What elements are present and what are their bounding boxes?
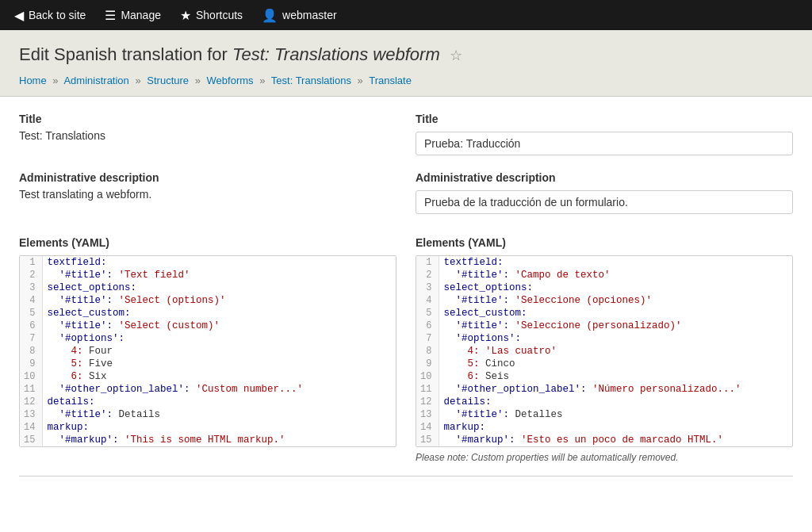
line-number: 1	[416, 256, 439, 269]
yaml-note: Please note: Custom properties will be a…	[416, 452, 793, 463]
manage-label: Manage	[121, 9, 161, 21]
breadcrumb-webforms[interactable]: Webforms	[207, 75, 254, 86]
right-title-section: Title	[416, 113, 793, 155]
line-number: 3	[416, 281, 439, 294]
line-code: 4: Four	[42, 345, 396, 358]
line-number: 2	[20, 269, 42, 281]
main-content: Title Test: Translations Title Administr…	[0, 97, 812, 492]
user-label: webmaster	[282, 9, 336, 21]
page-title: Edit Spanish translation for Test: Trans…	[19, 44, 793, 65]
left-yaml-label: Elements (YAML)	[19, 236, 396, 249]
breadcrumb-test-translations[interactable]: Test: Translations	[271, 75, 351, 86]
line-number: 14	[416, 421, 439, 434]
right-title-label: Title	[416, 113, 793, 125]
line-code: '#markup': 'Esto es un poco de marcado H…	[439, 434, 792, 446]
line-code: '#options':	[439, 332, 792, 345]
line-number: 7	[416, 332, 439, 345]
line-code: '#title': Detalles	[439, 408, 792, 421]
line-code: '#title': Details	[42, 408, 396, 421]
admin-desc-input[interactable]	[416, 190, 793, 214]
line-code: select_custom:	[439, 307, 792, 320]
line-code: select_options:	[42, 281, 396, 294]
line-code: select_custom:	[42, 307, 396, 320]
line-code: '#options':	[42, 332, 396, 345]
line-number: 9	[20, 358, 42, 370]
bookmark-icon[interactable]: ☆	[450, 48, 462, 63]
line-number: 8	[416, 345, 439, 358]
left-yaml-editor: 1textfield:2 '#title': 'Text field'3sele…	[19, 255, 396, 447]
line-number: 9	[416, 358, 439, 370]
line-code: textfield:	[42, 256, 396, 269]
bottom-divider	[19, 476, 793, 477]
breadcrumb-home[interactable]: Home	[19, 75, 47, 86]
line-number: 8	[20, 345, 42, 358]
manage-link[interactable]: ☰ Manage	[97, 5, 169, 26]
back-to-site-link[interactable]: ◀ Back to site	[6, 5, 94, 26]
line-code: '#title': 'Select (custom)'	[42, 320, 396, 332]
line-number: 5	[20, 307, 42, 320]
line-number: 10	[20, 370, 42, 383]
line-number: 6	[20, 320, 42, 332]
line-code: 4: 'Las cuatro'	[439, 345, 792, 358]
line-code: textfield:	[439, 256, 792, 269]
line-code: '#title': 'Select (options)'	[42, 294, 396, 307]
line-number: 15	[416, 434, 439, 446]
right-admin-desc-label: Administrative description	[416, 171, 793, 184]
topbar: ◀ Back to site ☰ Manage ★ Shortcuts 👤 we…	[0, 0, 812, 30]
line-number: 2	[416, 269, 439, 281]
line-number: 7	[20, 332, 42, 345]
user-link[interactable]: 👤 webmaster	[254, 5, 344, 26]
breadcrumb: Home » Administration » Structure » Webf…	[19, 75, 793, 86]
breadcrumb-translate[interactable]: Translate	[369, 75, 412, 86]
back-arrow-icon: ◀	[14, 8, 24, 23]
left-title-section: Title Test: Translations	[19, 113, 396, 155]
right-admin-desc-section: Administrative description	[416, 171, 793, 214]
back-to-site-label: Back to site	[29, 9, 86, 21]
line-number: 12	[416, 396, 439, 408]
line-number: 3	[20, 281, 42, 294]
left-title-value: Test: Translations	[19, 128, 396, 144]
star-nav-icon: ★	[180, 8, 191, 23]
line-number: 15	[20, 434, 42, 446]
line-code: details:	[439, 396, 792, 408]
right-yaml-editor[interactable]: 1textfield:2 '#title': 'Campo de texto'3…	[416, 255, 793, 447]
line-code: '#other_option_label': 'Custom number...…	[42, 383, 396, 396]
line-code: '#markup': 'This is some HTML markup.'	[42, 434, 396, 446]
line-code: details:	[42, 396, 396, 408]
title-input[interactable]	[416, 132, 793, 155]
left-admin-desc-section: Administrative description Test translat…	[19, 171, 396, 214]
line-code: '#title': 'Seleccione (personalizado)'	[439, 320, 792, 332]
line-number: 4	[416, 294, 439, 307]
line-code: markup:	[42, 421, 396, 434]
line-code: '#title': 'Text field'	[42, 269, 396, 281]
line-code: '#other_option_label': 'Número personali…	[439, 383, 792, 396]
line-number: 1	[20, 256, 42, 269]
line-code: markup:	[439, 421, 792, 434]
shortcuts-link[interactable]: ★ Shortcuts	[172, 5, 251, 26]
line-number: 11	[416, 383, 439, 396]
line-number: 10	[416, 370, 439, 383]
line-code: 5: Five	[42, 358, 396, 370]
shortcuts-label: Shortcuts	[196, 9, 243, 21]
line-number: 13	[416, 408, 439, 421]
user-icon: 👤	[262, 8, 278, 23]
page-header: Edit Spanish translation for Test: Trans…	[0, 30, 812, 97]
line-code: '#title': 'Seleccione (opciones)'	[439, 294, 792, 307]
left-admin-desc-value: Test translating a webform.	[19, 187, 396, 203]
line-code: '#title': 'Campo de texto'	[439, 269, 792, 281]
breadcrumb-administration[interactable]: Administration	[63, 75, 128, 86]
breadcrumb-structure[interactable]: Structure	[147, 75, 189, 86]
right-yaml-label: Elements (YAML)	[416, 236, 793, 249]
line-number: 11	[20, 383, 42, 396]
line-number: 13	[20, 408, 42, 421]
manage-icon: ☰	[105, 8, 116, 23]
right-yaml-section: Elements (YAML) 1textfield:2 '#title': '…	[416, 236, 793, 463]
left-yaml-section: Elements (YAML) 1textfield:2 '#title': '…	[19, 236, 396, 463]
line-number: 14	[20, 421, 42, 434]
translation-grid: Title Test: Translations Title Administr…	[19, 113, 793, 463]
line-code: 6: Six	[42, 370, 396, 383]
line-code: select_options:	[439, 281, 792, 294]
line-number: 6	[416, 320, 439, 332]
line-code: 6: Seis	[439, 370, 792, 383]
line-number: 5	[416, 307, 439, 320]
